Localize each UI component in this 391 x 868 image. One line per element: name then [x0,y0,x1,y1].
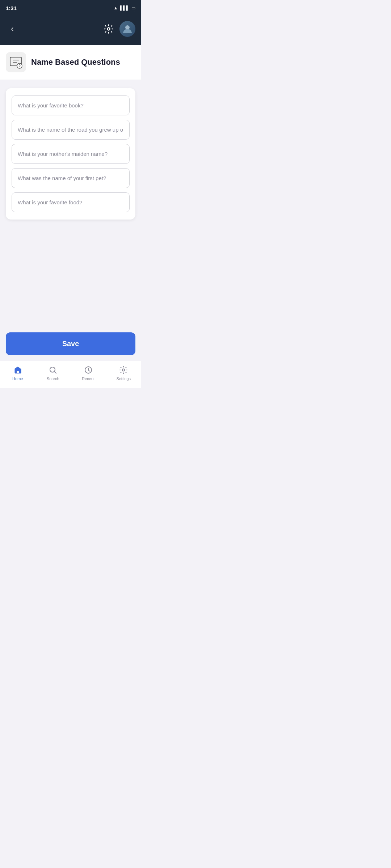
header-left: ‹ [6,22,19,35]
gear-icon [104,24,114,34]
question-input-5[interactable] [12,192,130,212]
nav-label-settings: Settings [116,376,131,381]
save-button-container: Save [0,327,141,361]
question-input-3[interactable] [12,144,130,164]
svg-rect-6 [17,371,19,373]
questions-card [6,88,135,220]
content-area [0,82,141,225]
question-input-4[interactable] [12,168,130,188]
svg-text:?: ? [18,64,21,68]
home-icon [13,365,23,375]
nav-item-recent[interactable]: Recent [71,365,106,381]
page-header: ? Name Based Questions [0,45,141,80]
bottom-navigation: Home Search Recent Settings [0,361,141,388]
status-icons: ▲ ▌▌▌ ▭ [114,5,135,10]
settings-wheel-button[interactable] [102,22,115,35]
settings-icon [118,365,129,375]
signal-icon: ▌▌▌ [120,5,129,10]
status-time: 1:31 [6,5,17,11]
nav-label-home: Home [12,376,23,381]
save-button[interactable]: Save [6,332,135,355]
nav-label-search: Search [47,376,59,381]
spacer [0,225,141,327]
page-icon: ? [6,52,26,72]
header-right [102,21,135,37]
nav-item-home[interactable]: Home [0,365,35,381]
nav-item-search[interactable]: Search [35,365,71,381]
question-input-2[interactable] [12,120,130,140]
question-input-1[interactable] [12,95,130,115]
page-title: Name Based Questions [31,58,120,67]
back-arrow-icon: ‹ [11,25,13,33]
battery-icon: ▭ [131,5,135,10]
avatar[interactable] [119,21,135,37]
search-icon [48,365,58,375]
wifi-icon: ▲ [114,5,118,10]
nav-label-recent: Recent [82,376,94,381]
recent-icon [83,365,93,375]
nav-item-settings[interactable]: Settings [106,365,142,381]
back-button[interactable]: ‹ [6,22,19,35]
svg-point-0 [108,28,110,30]
avatar-image [119,21,135,37]
app-header: ‹ [0,16,141,45]
status-bar: 1:31 ▲ ▌▌▌ ▭ [0,0,141,16]
svg-point-9 [122,369,125,371]
